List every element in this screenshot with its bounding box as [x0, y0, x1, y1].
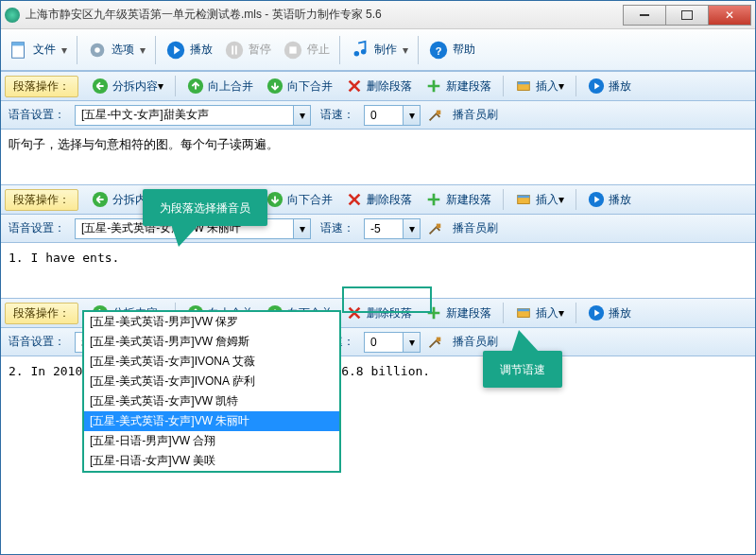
- speed-select[interactable]: 0▾: [364, 332, 421, 353]
- stop-button[interactable]: 停止: [277, 33, 335, 67]
- play-icon: [165, 40, 186, 61]
- file-button[interactable]: 文件▾: [3, 33, 73, 67]
- mixer-icon: [426, 220, 443, 237]
- play-button[interactable]: 播放: [160, 33, 218, 67]
- insert-icon: [515, 304, 532, 321]
- arrow-up-icon: [187, 78, 204, 95]
- plus-icon: [425, 304, 442, 321]
- window-title: 上海市静安区九年级英语第一单元检测试卷.mls - 英语听力制作专家 5.6: [26, 7, 624, 23]
- voice-option[interactable]: [五星-美式英语-女声]VW 凯特: [84, 391, 339, 411]
- voice-settings-bar: 语音设置： [五星-美式英语-女声]VW 朱丽叶▾ 语速： -5▾ 播音员刷: [1, 215, 755, 243]
- mixer-label: 播音员刷: [453, 334, 498, 350]
- callout-announcer: 为段落选择播音员: [143, 189, 267, 226]
- delete-icon: [346, 78, 363, 95]
- caret-down-icon: ▾: [293, 219, 310, 238]
- paragraph-toolbar: 段落操作： 分拆内容 ▾ 向上合并 向下合并 删除段落 新建段落 插入 ▾ 播放: [1, 184, 755, 215]
- music-note-icon: [350, 40, 370, 61]
- arrow-down-icon: [266, 191, 284, 208]
- play-paragraph-button[interactable]: 播放: [582, 187, 637, 212]
- mixer-icon: [426, 107, 443, 124]
- svg-rect-30: [437, 223, 441, 228]
- svg-text:?: ?: [436, 44, 442, 56]
- split-button[interactable]: 分拆内容 ▾: [86, 74, 169, 98]
- insert-icon: [515, 191, 532, 208]
- delete-paragraph-button[interactable]: 删除段落: [340, 74, 418, 98]
- delete-icon: [346, 304, 363, 321]
- voice-option[interactable]: [五星-日语-女声]VW 美咲: [84, 451, 339, 471]
- speed-select[interactable]: -5▾: [364, 218, 421, 239]
- stop-icon: [283, 40, 303, 61]
- voice-option[interactable]: [五星-美式英语-男声]VW 詹姆斯: [84, 332, 339, 352]
- play-icon: [588, 191, 605, 208]
- delete-icon: [346, 191, 363, 208]
- arrow-down-icon: [266, 78, 284, 95]
- speed-label: 语速：: [320, 220, 354, 236]
- voice-option[interactable]: [五星-美式英语-女声]IVONA 艾薇: [84, 352, 339, 372]
- voice-dropdown-list[interactable]: [五星-美式英语-男声]VW 保罗[五星-美式英语-男声]VW 詹姆斯[五星-美…: [82, 310, 341, 473]
- caret-down-icon: ▾: [61, 43, 67, 57]
- new-paragraph-button[interactable]: 新建段落: [420, 187, 497, 212]
- paragraph-toolbar: 段落操作： 分拆内容 ▾ 向上合并 向下合并 删除段落 新建段落 插入 ▾ 播放: [1, 71, 755, 101]
- svg-rect-38: [437, 337, 441, 341]
- insert-button[interactable]: 插入 ▾: [509, 74, 570, 98]
- speed-select[interactable]: 0▾: [364, 105, 421, 126]
- caret-down-icon: ▾: [403, 333, 420, 352]
- split-icon: [92, 191, 109, 208]
- play-paragraph-button[interactable]: 播放: [582, 301, 637, 325]
- caret-down-icon: ▾: [403, 43, 408, 57]
- delete-paragraph-button[interactable]: 删除段落: [340, 187, 418, 212]
- insert-button[interactable]: 插入 ▾: [509, 301, 570, 325]
- pause-button[interactable]: 暂停: [218, 33, 277, 67]
- app-icon: [5, 8, 20, 23]
- minimize-button[interactable]: [623, 5, 666, 26]
- close-button[interactable]: [708, 5, 751, 26]
- caret-down-icon: ▾: [558, 193, 564, 206]
- new-paragraph-button[interactable]: 新建段落: [420, 301, 497, 325]
- plus-icon: [425, 191, 442, 208]
- svg-point-6: [226, 41, 243, 58]
- callout-speed: 调节语速: [483, 351, 562, 388]
- voice-label: 语音设置：: [9, 334, 65, 350]
- svg-point-12: [361, 49, 367, 55]
- paragraph-ops-label: 段落操作：: [5, 303, 78, 324]
- insert-button[interactable]: 插入 ▾: [509, 187, 570, 212]
- merge-up-button[interactable]: 向上合并: [181, 74, 259, 98]
- voice-select[interactable]: [五星-中文-女声]甜美女声▾: [75, 105, 311, 126]
- caret-down-icon: ▾: [158, 79, 163, 93]
- svg-rect-19: [518, 82, 530, 85]
- help-button[interactable]: ? 帮助: [422, 33, 481, 67]
- mixer-icon: [426, 334, 443, 351]
- paragraph-text[interactable]: 1. I have ents.: [1, 243, 755, 298]
- svg-point-11: [354, 50, 360, 55]
- options-button[interactable]: 选项▾: [81, 33, 151, 67]
- merge-down-button[interactable]: 向下合并: [261, 74, 338, 98]
- maximize-button[interactable]: [665, 5, 709, 26]
- paragraph-text[interactable]: 听句子，选择与句意相符的图。每个句子读两遍。: [1, 130, 755, 184]
- svg-rect-35: [518, 309, 530, 312]
- svg-rect-1: [12, 42, 25, 45]
- mixer-label: 播音员刷: [453, 220, 498, 236]
- svg-rect-7: [232, 45, 233, 54]
- svg-point-3: [94, 47, 100, 53]
- caret-down-icon: ▾: [558, 306, 564, 320]
- svg-rect-22: [437, 110, 441, 114]
- new-paragraph-button[interactable]: 新建段落: [420, 74, 497, 98]
- play-icon: [588, 78, 605, 95]
- voice-option[interactable]: [五星-日语-男声]VW 合翔: [84, 431, 339, 451]
- voice-label: 语音设置：: [9, 220, 65, 236]
- merge-down-button[interactable]: 向下合并: [261, 187, 338, 212]
- main-toolbar: 文件▾ 选项▾ 播放 暂停 停止 制作▾ ? 帮助: [1, 29, 755, 71]
- voice-option[interactable]: [五星-美式英语-女声]VW 朱丽叶: [84, 411, 339, 431]
- speed-label: 语速：: [320, 107, 354, 123]
- svg-rect-10: [289, 46, 296, 53]
- gear-icon: [87, 40, 108, 61]
- make-button[interactable]: 制作▾: [344, 33, 414, 67]
- voice-option[interactable]: [五星-美式英语-女声]IVONA 萨利: [84, 372, 339, 391]
- delete-paragraph-button[interactable]: 删除段落: [340, 301, 418, 325]
- paragraph-ops-label: 段落操作：: [5, 189, 78, 211]
- play-paragraph-button[interactable]: 播放: [582, 74, 637, 98]
- voice-settings-bar: 语音设置： [五星-中文-女声]甜美女声▾ 语速： 0▾ 播音员刷: [1, 101, 755, 130]
- voice-option[interactable]: [五星-美式英语-男声]VW 保罗: [84, 312, 339, 332]
- voice-label: 语音设置：: [9, 107, 65, 123]
- caret-down-icon: ▾: [403, 106, 420, 125]
